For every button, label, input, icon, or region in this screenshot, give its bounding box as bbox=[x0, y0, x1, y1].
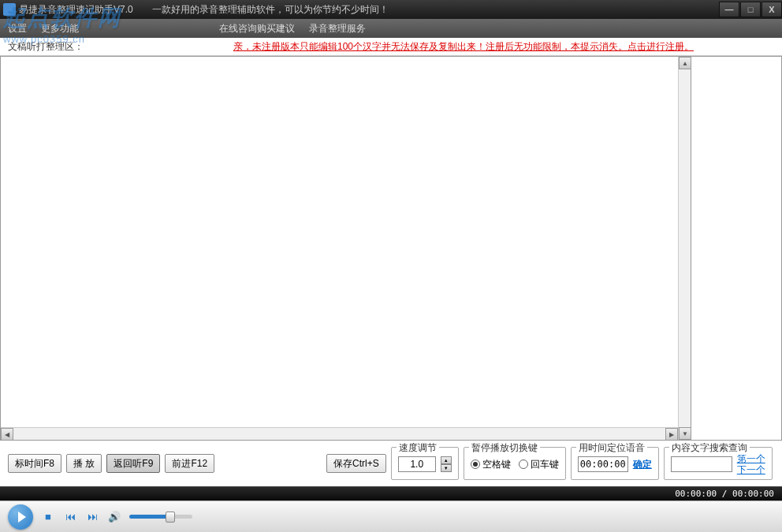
time-locate-fieldset: 用时间定位语音 确定 bbox=[571, 447, 659, 480]
time-locate-confirm[interactable]: 确定 bbox=[633, 458, 652, 471]
menu-service[interactable]: 录音整理服务 bbox=[309, 22, 366, 35]
next-track-icon[interactable]: ⏭ bbox=[85, 511, 99, 523]
replay-button[interactable]: 返回听F9 bbox=[106, 454, 160, 473]
titlebar: 易捷录音整理速记助手V7.0 一款好用的录音整理辅助软件，可以为你节约不少时间！… bbox=[0, 0, 782, 19]
pause-key-fieldset: 暂停播放切换键 空格键 回车键 bbox=[464, 447, 566, 480]
mark-time-button[interactable]: 标时间F8 bbox=[8, 454, 61, 473]
speed-legend: 速度调节 bbox=[397, 441, 439, 455]
forward-button[interactable]: 前进F12 bbox=[165, 454, 214, 473]
radio-space-label: 空格键 bbox=[482, 458, 511, 471]
progress-time: 00:00:00 / 00:00:00 bbox=[675, 489, 774, 499]
scroll-left-icon[interactable]: ◀ bbox=[1, 428, 13, 441]
horizontal-scrollbar[interactable]: ◀ ▶ bbox=[1, 427, 678, 440]
progress-bar[interactable]: 00:00:00 / 00:00:00 bbox=[0, 486, 782, 500]
volume-icon[interactable]: 🔊 bbox=[107, 511, 121, 523]
time-locate-legend: 用时间定位语音 bbox=[576, 441, 647, 455]
menu-more-features[interactable]: 更多功能 bbox=[41, 22, 79, 35]
speed-down-icon[interactable]: ▼ bbox=[441, 464, 452, 472]
scroll-up-icon[interactable]: ▲ bbox=[679, 57, 691, 69]
transcript-editor[interactable]: ▲ ▼ ◀ ▶ bbox=[0, 56, 691, 441]
close-button[interactable]: X bbox=[762, 2, 782, 17]
search-input[interactable] bbox=[671, 456, 732, 472]
radio-enter-label: 回车键 bbox=[531, 458, 559, 471]
radio-icon bbox=[471, 459, 480, 469]
menu-settings[interactable]: 设置 bbox=[8, 22, 27, 35]
window-title: 易捷录音整理速记助手V7.0 一款好用的录音整理辅助软件，可以为你节约不少时间！ bbox=[19, 3, 718, 17]
player-play-button[interactable] bbox=[8, 504, 33, 530]
vertical-scrollbar[interactable]: ▲ ▼ bbox=[678, 57, 691, 440]
side-panel[interactable] bbox=[691, 56, 782, 441]
play-button[interactable]: 播 放 bbox=[66, 454, 102, 473]
speed-fieldset: 速度调节 ▲ ▼ bbox=[391, 447, 459, 480]
radio-icon bbox=[519, 459, 528, 469]
search-legend: 内容文字搜索查询 bbox=[669, 441, 750, 455]
search-next-link[interactable]: 下一个 bbox=[737, 464, 765, 475]
time-locate-input[interactable] bbox=[578, 456, 628, 472]
volume-slider[interactable] bbox=[129, 515, 192, 519]
radio-space-key[interactable]: 空格键 bbox=[471, 458, 511, 471]
maximize-button[interactable]: □ bbox=[740, 2, 761, 17]
radio-enter-key[interactable]: 回车键 bbox=[519, 458, 559, 471]
register-notice-link[interactable]: 亲，未注册版本只能编辑100个汉字并无法保存及复制出来！注册后无功能限制，本提示… bbox=[233, 40, 694, 54]
speed-input[interactable] bbox=[398, 456, 436, 472]
player-bar: ■ ⏮ ⏭ 🔊 bbox=[0, 500, 782, 532]
save-button[interactable]: 保存Ctrl+S bbox=[326, 454, 386, 473]
stop-icon[interactable]: ■ bbox=[41, 511, 55, 523]
minimize-button[interactable]: — bbox=[719, 2, 739, 17]
search-first-link[interactable]: 第一个 bbox=[737, 453, 765, 464]
search-fieldset: 内容文字搜索查询 第一个 下一个 bbox=[664, 447, 773, 480]
speed-up-icon[interactable]: ▲ bbox=[441, 456, 452, 464]
prev-track-icon[interactable]: ⏮ bbox=[63, 511, 77, 523]
menubar: 设置 更多功能 在线咨询购买建议 录音整理服务 bbox=[0, 19, 782, 38]
app-icon bbox=[3, 3, 16, 16]
scroll-right-icon[interactable]: ▶ bbox=[665, 428, 678, 441]
scroll-down-icon[interactable]: ▼ bbox=[679, 427, 691, 440]
pause-key-legend: 暂停播放切换键 bbox=[469, 441, 540, 455]
menu-consult[interactable]: 在线咨询购买建议 bbox=[219, 22, 295, 35]
editor-section-label: 文稿听打整理区： bbox=[8, 40, 84, 54]
